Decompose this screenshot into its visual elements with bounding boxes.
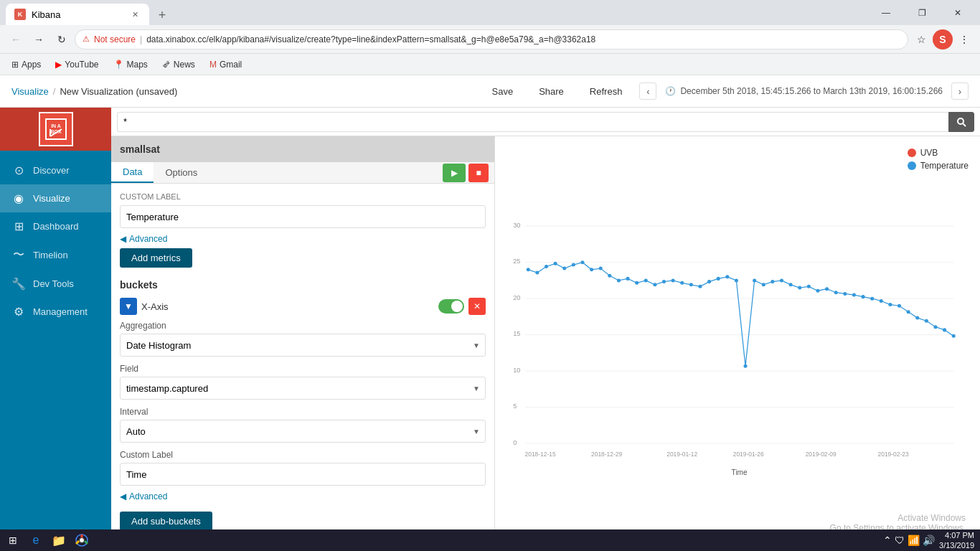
custom-label-section: Custom Label [120, 192, 486, 228]
search-input[interactable] [117, 112, 948, 132]
bookmark-gmail[interactable]: M Gmail [204, 58, 248, 71]
time-range-display[interactable]: 🕐 December 5th 2018, 15:45:15.266 to Mar… [665, 86, 943, 96]
svg-text:25: 25 [513, 258, 520, 265]
custom-label-x-input[interactable] [120, 463, 486, 486]
news-icon: 🗞 [162, 60, 171, 70]
add-metrics-button[interactable]: Add metrics [120, 248, 192, 268]
devtools-icon: 🔧 [11, 277, 26, 291]
time-prev-button[interactable]: ‹ [639, 83, 656, 100]
share-button[interactable]: Share [530, 83, 573, 100]
tab-data[interactable]: Data [111, 162, 154, 183]
refresh-button[interactable]: Refresh [581, 83, 631, 100]
interval-label: Interval [120, 407, 486, 417]
custom-label-x-section: Custom Label [120, 450, 486, 486]
sidebar-item-discover[interactable]: ⊙ Discover [0, 156, 111, 184]
svg-text:15: 15 [513, 330, 520, 337]
x-axis-delete-button[interactable]: ✕ [468, 298, 486, 315]
sidebar-item-management[interactable]: ⚙ Management [0, 298, 111, 326]
save-button[interactable]: Save [484, 83, 522, 100]
svg-point-23 [545, 265, 548, 268]
toolbar-actions: ☆ S ⋮ [911, 29, 974, 50]
breadcrumb-separator: / [53, 86, 56, 97]
play-button[interactable]: ▶ [443, 164, 466, 182]
bookmark-apps[interactable]: ⊞ Apps [6, 58, 47, 71]
x-axis-enable-toggle[interactable] [438, 299, 464, 314]
youtube-icon: ▶ [55, 60, 62, 70]
topbar-actions: Save Share Refresh ‹ 🕐 December 5th 2018… [484, 83, 969, 100]
svg-point-47 [762, 283, 765, 286]
volume-icon: 🔊 [923, 534, 935, 546]
svg-point-27 [580, 260, 584, 264]
svg-point-44 [735, 278, 738, 282]
add-sub-buckets-button[interactable]: Add sub-buckets [120, 512, 212, 531]
custom-label-x-heading: Custom Label [120, 450, 486, 460]
gmail-icon: M [209, 60, 217, 70]
svg-point-37 [672, 278, 675, 282]
svg-point-42 [717, 277, 720, 281]
sidebar-item-timelion[interactable]: 〜 Timelion [0, 240, 111, 270]
interval-section: Interval Auto ▼ [120, 407, 486, 443]
bookmark-news[interactable]: 🗞 News [156, 58, 201, 71]
new-tab-button[interactable]: + [152, 5, 172, 25]
close-button[interactable]: ✕ [941, 2, 974, 24]
svg-point-21 [527, 268, 530, 271]
svg-point-46 [753, 278, 756, 282]
aggregation-select[interactable]: Date Histogram [120, 334, 486, 357]
back-button[interactable]: ← [6, 29, 26, 50]
start-button[interactable]: ⊞ [3, 530, 23, 550]
sidebar: IN A BOX ⊙ Discover ◉ Visualize ⊞ Dashbo… [0, 108, 111, 551]
taskbar-explorer-icon[interactable]: 📁 [49, 530, 69, 550]
sidebar-item-devtools[interactable]: 🔧 Dev Tools [0, 270, 111, 298]
search-button[interactable] [948, 112, 974, 132]
youtube-label: YouTube [65, 60, 98, 70]
time-next-button[interactable]: › [951, 83, 969, 100]
svg-text:2019-01-26: 2019-01-26 [733, 451, 764, 458]
bookmark-button[interactable]: ☆ [911, 29, 931, 50]
active-tab[interactable]: K Kibana ✕ [6, 4, 149, 25]
breadcrumb-visualize-link[interactable]: Visualize [11, 86, 49, 97]
address-bar[interactable]: ⚠ Not secure | data.xinabox.cc/elk/app/k… [75, 29, 908, 50]
svg-text:10: 10 [513, 367, 520, 374]
add-metrics-container: Add metrics [120, 248, 486, 268]
app-container: IN A BOX ⊙ Discover ◉ Visualize ⊞ Dashbo… [0, 108, 980, 551]
profile-button[interactable]: S [933, 29, 953, 50]
advanced-link-metrics[interactable]: ◀ Advanced [120, 234, 486, 244]
news-label: News [174, 60, 195, 70]
tab-options[interactable]: Options [154, 162, 209, 183]
refresh-button[interactable]: ↻ [52, 29, 72, 50]
taskbar-ie-icon[interactable]: e [26, 530, 46, 550]
x-axis-toggle-button[interactable]: ▼ [120, 298, 137, 315]
svg-point-63 [907, 310, 910, 314]
svg-point-30 [608, 274, 611, 278]
svg-point-59 [870, 297, 874, 301]
custom-label-input[interactable] [120, 205, 486, 228]
stop-button[interactable]: ■ [468, 164, 489, 182]
forward-button[interactable]: → [29, 29, 49, 50]
arrow-icon: ⌃ [883, 534, 892, 546]
add-sub-buckets-container: Add sub-buckets [120, 506, 486, 531]
menu-button[interactable]: ⋮ [954, 29, 974, 50]
aggregation-section: Aggregation Date Histogram ▼ [120, 321, 486, 357]
right-panel: UVB Temperature 0 5 10 15 20 25 30 [495, 136, 980, 551]
svg-point-66 [933, 325, 937, 329]
sidebar-item-visualize[interactable]: ◉ Visualize [0, 184, 111, 212]
chart-svg: 0 5 10 15 20 25 30 [495, 148, 966, 530]
interval-select[interactable]: Auto [120, 420, 486, 443]
sidebar-label-devtools: Dev Tools [33, 278, 74, 289]
sidebar-item-dashboard[interactable]: ⊞ Dashboard [0, 212, 111, 240]
breadcrumb: Visualize / New Visualization (unsaved) [11, 86, 177, 97]
field-select[interactable]: timestamp.captured [120, 377, 486, 400]
panel-header: smallsat [111, 136, 494, 162]
maximize-button[interactable]: ❐ [905, 2, 938, 24]
minimize-button[interactable]: — [870, 2, 903, 24]
svg-point-32 [626, 277, 630, 281]
advanced-link-x[interactable]: ◀ Advanced [120, 491, 486, 501]
bookmark-youtube[interactable]: ▶ YouTube [50, 58, 104, 71]
aggregation-select-wrapper: Date Histogram ▼ [120, 334, 486, 357]
taskbar-chrome-icon[interactable] [72, 530, 92, 550]
bookmark-maps[interactable]: 📍 Maps [108, 58, 154, 71]
field-label: Field [120, 364, 486, 374]
network-icon: 📶 [908, 534, 920, 546]
svg-point-33 [635, 281, 639, 285]
tab-close-button[interactable]: ✕ [129, 9, 141, 20]
